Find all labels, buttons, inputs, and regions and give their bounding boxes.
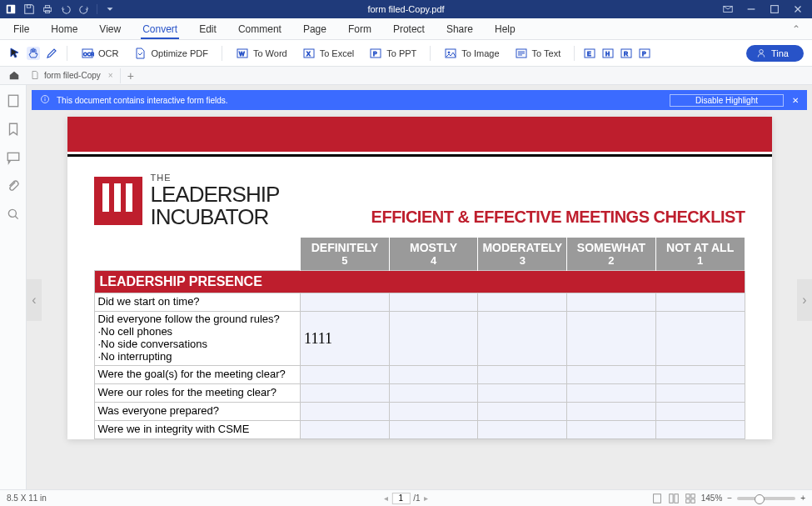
convert-e-icon[interactable]: E: [583, 47, 596, 60]
form-field-input[interactable]: [478, 384, 566, 402]
save-icon[interactable]: [23, 3, 35, 15]
next-page-nav[interactable]: ›: [797, 279, 812, 321]
to-word-button[interactable]: WTo Word: [231, 44, 292, 63]
menu-protect[interactable]: Protect: [391, 21, 426, 38]
undo-icon[interactable]: [60, 3, 72, 15]
select-tool-icon[interactable]: [8, 47, 22, 60]
disable-highlight-button[interactable]: Disable Highlight: [670, 94, 784, 107]
form-field-input[interactable]: [656, 366, 745, 383]
form-field-input[interactable]: [478, 293, 566, 311]
svg-text:P: P: [642, 51, 646, 57]
form-field-input[interactable]: [301, 421, 389, 438]
convert-p-icon[interactable]: P: [638, 47, 651, 60]
menu-file[interactable]: File: [12, 21, 31, 38]
search-sidebar-icon[interactable]: [6, 207, 21, 222]
form-field-input[interactable]: [656, 293, 745, 311]
form-field-input[interactable]: [656, 403, 745, 420]
prev-page-nav[interactable]: ‹: [27, 279, 42, 321]
close-banner-icon[interactable]: ✕: [792, 96, 799, 105]
menu-edit[interactable]: Edit: [197, 21, 218, 38]
close-tab-icon[interactable]: ×: [108, 71, 113, 80]
convert-h-icon[interactable]: H: [601, 47, 615, 60]
add-tab-icon[interactable]: +: [127, 69, 134, 83]
menu-page[interactable]: Page: [301, 21, 328, 38]
qat-dropdown-icon[interactable]: [104, 3, 116, 15]
form-field-input[interactable]: [390, 421, 478, 438]
response-cell: [567, 402, 656, 420]
menu-convert[interactable]: Convert: [141, 21, 179, 39]
separator: [67, 46, 67, 61]
form-field-input[interactable]: [390, 330, 478, 348]
home-tab-icon[interactable]: [8, 69, 20, 83]
ocr-label: OCR: [98, 48, 118, 58]
form-field-input[interactable]: [301, 330, 389, 348]
form-field-input[interactable]: [390, 366, 478, 383]
form-field-input[interactable]: [390, 403, 478, 420]
form-field-input[interactable]: [567, 366, 655, 383]
zoom-in-icon[interactable]: +: [800, 493, 805, 503]
ocr-button[interactable]: OCROCR: [76, 44, 123, 63]
to-text-button[interactable]: To Text: [510, 44, 566, 63]
form-field-input[interactable]: [301, 384, 389, 402]
to-image-button[interactable]: To Image: [439, 44, 504, 63]
excel-icon: X: [302, 47, 316, 60]
comments-icon[interactable]: [6, 150, 21, 165]
pdf-page: THE LEADERSHIP INCUBATOR EFFICIENT & EFF…: [67, 117, 772, 439]
to-excel-button[interactable]: XTo Excel: [297, 44, 360, 63]
form-field-input[interactable]: [567, 330, 655, 348]
menu-home[interactable]: Home: [49, 21, 79, 38]
to-ppt-button[interactable]: PTo PPT: [364, 44, 421, 63]
document-tab[interactable]: form filed-Copy ×: [23, 68, 121, 83]
maximize-icon[interactable]: [769, 3, 780, 15]
minimize-icon[interactable]: [745, 3, 757, 15]
form-field-input[interactable]: [390, 384, 478, 402]
multi-page-icon[interactable]: [685, 493, 696, 504]
menu-help[interactable]: Help: [493, 21, 517, 38]
user-account-button[interactable]: Tina: [746, 45, 804, 62]
next-page-icon[interactable]: ▸: [424, 493, 428, 503]
menu-form[interactable]: Form: [346, 21, 373, 38]
redo-icon[interactable]: [78, 3, 90, 15]
separator: [97, 4, 97, 14]
attachments-icon[interactable]: [6, 178, 21, 193]
menu-view[interactable]: View: [97, 21, 122, 38]
optimize-pdf-button[interactable]: Optimize PDF: [128, 44, 212, 63]
edit-tool-icon[interactable]: [45, 47, 58, 60]
form-field-input[interactable]: [301, 293, 389, 311]
menu-comment[interactable]: Comment: [237, 21, 283, 38]
close-icon[interactable]: [792, 3, 804, 15]
convert-r-icon[interactable]: R: [620, 47, 633, 60]
form-field-input[interactable]: [656, 384, 745, 402]
optimize-label: Optimize PDF: [151, 48, 207, 58]
form-field-input[interactable]: [478, 366, 566, 383]
form-field-input[interactable]: [478, 403, 566, 420]
fit-page-icon[interactable]: [651, 493, 663, 504]
prev-page-icon[interactable]: ◂: [384, 493, 388, 503]
form-field-input[interactable]: [478, 330, 566, 348]
hand-tool-icon[interactable]: [27, 47, 40, 60]
form-field-input[interactable]: [478, 421, 566, 438]
svg-rect-4: [45, 6, 49, 8]
form-field-input[interactable]: [656, 421, 745, 438]
zoom-slider[interactable]: [737, 497, 795, 500]
menu-share[interactable]: Share: [445, 21, 475, 38]
fit-width-icon[interactable]: [668, 493, 680, 504]
zoom-out-icon[interactable]: −: [727, 493, 732, 503]
form-field-input[interactable]: [567, 293, 655, 311]
form-field-input[interactable]: [301, 403, 389, 420]
svg-text:W: W: [239, 51, 245, 57]
form-field-input[interactable]: [567, 384, 655, 402]
form-field-input[interactable]: [656, 330, 745, 348]
thumbnails-icon[interactable]: [6, 93, 21, 108]
form-field-input[interactable]: [567, 403, 655, 420]
response-cell: [567, 383, 656, 402]
bookmarks-icon[interactable]: [6, 122, 21, 137]
print-icon[interactable]: [42, 3, 53, 15]
page-number-input[interactable]: [391, 493, 410, 504]
mail-icon[interactable]: [722, 3, 734, 15]
form-field-input[interactable]: [390, 293, 478, 311]
form-field-input[interactable]: [301, 366, 389, 383]
form-field-input[interactable]: [567, 421, 655, 438]
collapse-ribbon-icon[interactable]: ⌃: [792, 23, 800, 35]
response-cell: [389, 383, 478, 402]
